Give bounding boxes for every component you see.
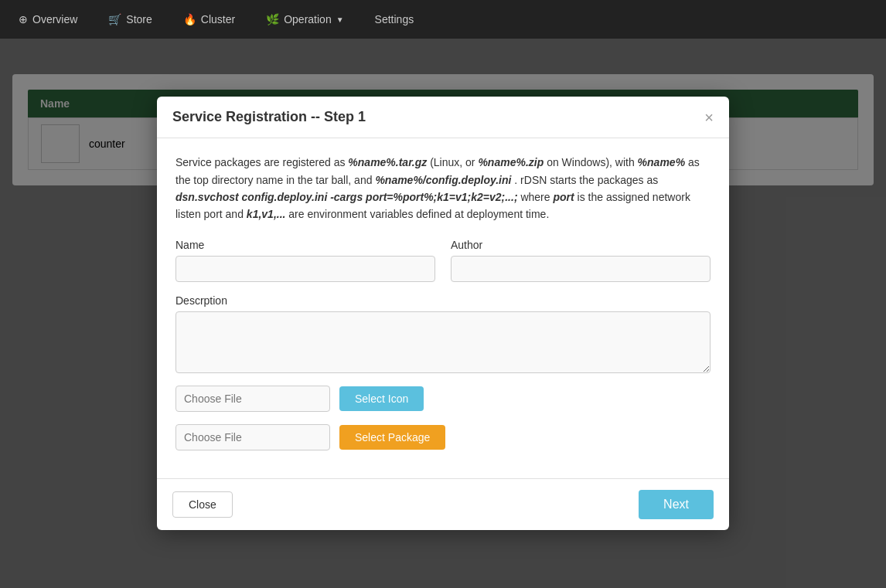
close-button[interactable]: Close — [172, 491, 233, 518]
name-input[interactable] — [175, 256, 435, 282]
info-dsn-cmd: dsn.svchost config.deploy.ini -cargs por… — [175, 191, 518, 203]
nav-settings[interactable]: Settings — [369, 10, 421, 29]
nav-operation[interactable]: 🌿 Operation ▼ — [260, 10, 349, 29]
description-group: Descrption — [175, 294, 711, 373]
modal-close-button[interactable]: × — [704, 110, 714, 125]
name-label: Name — [175, 239, 435, 251]
operation-icon: 🌿 — [266, 13, 279, 25]
info-name-tar: %name%.tar.gz — [348, 156, 427, 168]
overview-icon: ⊕ — [19, 13, 28, 25]
modal-header: Service Registration -- Step 1 × — [157, 97, 729, 138]
nav-store-label: Store — [126, 13, 152, 25]
package-file-input[interactable] — [175, 424, 330, 450]
modal-body: Service packages are registered as %name… — [157, 138, 729, 478]
nav-cluster-label: Cluster — [201, 13, 235, 25]
nav-overview-label: Overview — [32, 13, 77, 25]
description-textarea[interactable] — [175, 311, 711, 373]
author-group: Author — [451, 239, 711, 282]
operation-dropdown-icon: ▼ — [336, 15, 344, 24]
nav-settings-label: Settings — [375, 13, 414, 25]
nav-store[interactable]: 🛒 Store — [102, 10, 158, 29]
icon-file-row: Select Icon — [175, 386, 711, 412]
modal-footer: Close Next — [157, 478, 729, 530]
service-registration-modal: Service Registration -- Step 1 × Service… — [157, 97, 729, 530]
modal-overlay: Service Registration -- Step 1 × Service… — [0, 39, 886, 588]
info-config: %name%/config.deploy.ini — [375, 174, 511, 186]
nav-overview[interactable]: ⊕ Overview — [12, 10, 83, 29]
next-button[interactable]: Next — [639, 490, 714, 519]
select-icon-button[interactable]: Select Icon — [339, 386, 424, 411]
modal-title: Service Registration -- Step 1 — [172, 109, 366, 125]
select-package-button[interactable]: Select Package — [339, 425, 445, 450]
nav-cluster[interactable]: 🔥 Cluster — [177, 10, 241, 29]
info-port: port — [553, 191, 574, 203]
info-name: %name% — [638, 156, 685, 168]
name-author-row: Name Author — [175, 239, 711, 282]
navbar: ⊕ Overview 🛒 Store 🔥 Cluster 🌿 Operation… — [0, 0, 886, 39]
package-file-row: Select Package — [175, 424, 711, 450]
cluster-icon: 🔥 — [183, 13, 196, 25]
name-group: Name — [175, 239, 435, 282]
nav-operation-label: Operation — [284, 13, 331, 25]
author-input[interactable] — [451, 256, 711, 282]
info-k1v1: k1,v1,... — [247, 208, 286, 220]
info-paragraph: Service packages are registered as %name… — [175, 154, 711, 223]
icon-file-input[interactable] — [175, 386, 330, 412]
description-label: Descrption — [175, 294, 711, 307]
author-label: Author — [451, 239, 711, 251]
store-icon: 🛒 — [108, 13, 121, 25]
info-name-zip: %name%.zip — [478, 156, 544, 168]
